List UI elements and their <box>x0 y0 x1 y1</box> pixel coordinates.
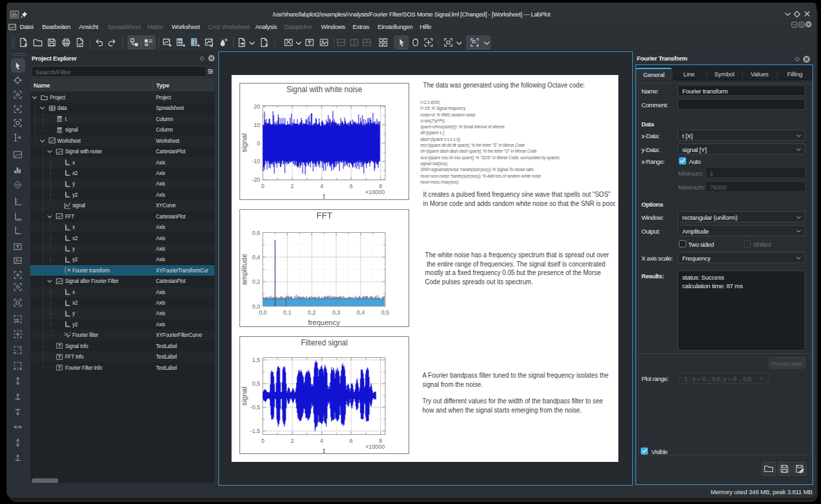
svg-text:10: 10 <box>254 122 261 128</box>
svg-text:t: t <box>323 447 325 455</box>
svg-text:20: 20 <box>254 103 261 110</box>
svg-text:0,5: 0,5 <box>252 380 260 387</box>
svg-text:×10000: ×10000 <box>365 443 385 450</box>
svg-text:2: 2 <box>291 438 294 444</box>
svg-text:0,4: 0,4 <box>357 309 364 316</box>
svg-text:0,4: 0,4 <box>252 254 260 261</box>
svg-text:0,5: 0,5 <box>381 309 389 316</box>
svg-text:×10000: ×10000 <box>365 189 385 195</box>
svg-text:0,2: 0,2 <box>252 278 260 285</box>
svg-text:0: 0 <box>261 183 264 189</box>
svg-text:-0,5: -0,5 <box>250 404 260 411</box>
svg-text:1,5: 1,5 <box>252 357 260 363</box>
svg-text:amplitude: amplitude <box>240 254 248 286</box>
svg-text:0,2: 0,2 <box>308 309 316 316</box>
svg-text:-20: -20 <box>252 176 261 183</box>
svg-text:4: 4 <box>320 183 324 189</box>
svg-text:1: 1 <box>476 41 478 47</box>
svg-text:6: 6 <box>349 183 353 189</box>
svg-text:FFT: FFT <box>316 211 332 220</box>
svg-text:0,1: 0,1 <box>284 309 291 316</box>
svg-text:8: 8 <box>379 438 382 444</box>
svg-text:4: 4 <box>320 438 324 444</box>
svg-text:0,0: 0,0 <box>259 309 266 316</box>
svg-text:frequency: frequency <box>308 318 340 326</box>
svg-text:0,3: 0,3 <box>332 309 340 316</box>
svg-text:6: 6 <box>349 438 353 444</box>
svg-text:signal: signal <box>240 134 248 153</box>
svg-text:-10: -10 <box>252 158 261 164</box>
svg-text:0: 0 <box>261 438 264 444</box>
svg-text:Filtered signal: Filtered signal <box>301 338 348 347</box>
svg-text:0,6: 0,6 <box>252 230 260 236</box>
svg-text:0: 0 <box>257 140 261 147</box>
svg-text:0,0: 0,0 <box>252 303 260 310</box>
svg-text:t: t <box>323 192 325 200</box>
svg-text:-1,5: -1,5 <box>250 428 260 434</box>
svg-text:signal: signal <box>240 387 248 406</box>
svg-text:Signal with white noise: Signal with white noise <box>287 84 362 94</box>
svg-text:2: 2 <box>291 183 294 189</box>
